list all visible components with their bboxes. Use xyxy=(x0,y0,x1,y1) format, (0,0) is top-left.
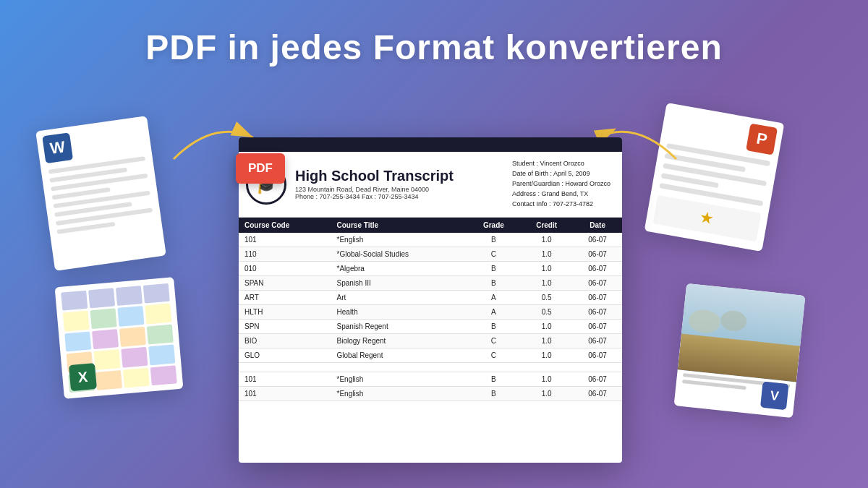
cell-title: *English xyxy=(331,372,467,386)
cell-title: *Algebra xyxy=(331,261,467,275)
cell-date: 06-07 xyxy=(573,386,622,401)
cell-date: 06-07 xyxy=(573,319,622,333)
cell-grade: A xyxy=(467,304,520,319)
cell-grade: B xyxy=(467,233,520,247)
table-cell-spacer xyxy=(467,362,520,372)
col-header-grade: Grade xyxy=(467,218,520,233)
table-row: SPNSpanish RegentB1.006-07 xyxy=(239,319,622,333)
visio-icon: V xyxy=(760,382,789,411)
doc-header-bar xyxy=(239,137,622,152)
cell-date: 06-07 xyxy=(573,233,622,247)
cell-credit: 0.5 xyxy=(520,290,573,304)
cell-grade: C xyxy=(467,348,520,362)
cell-grade: B xyxy=(467,261,520,275)
cell-code: GLO xyxy=(239,348,331,362)
cell-credit: 1.0 xyxy=(520,261,573,275)
doc-title-row: 🎓 High School Transcript 123 Mountain Ro… xyxy=(239,152,622,218)
cell-title: Biology Regent xyxy=(331,333,467,348)
cell-date: 06-07 xyxy=(573,372,622,386)
student-contact: Contact Info : 707-273-4782 xyxy=(512,200,610,210)
student-dob: Date of Birth : April 5, 2009 xyxy=(512,169,610,179)
table-row: 110*Global-Social StudiesC1.006-07 xyxy=(239,247,622,261)
col-header-title: Course Title xyxy=(331,218,467,233)
cell-grade: C xyxy=(467,333,520,348)
word-icon: W xyxy=(42,132,73,163)
cell-date: 06-07 xyxy=(573,333,622,348)
col-header-code: Course Code xyxy=(239,218,331,233)
school-address: 123 Mountain Road, Dead River, Maine 040… xyxy=(295,186,512,193)
cell-code: 101 xyxy=(239,386,331,401)
cell-date: 06-07 xyxy=(573,247,622,261)
page-headline: PDF in jedes Format konvertieren xyxy=(0,0,868,67)
cell-credit: 0.5 xyxy=(520,304,573,319)
table-row: HLTHHealthA0.506-07 xyxy=(239,304,622,319)
main-document: 🎓 High School Transcript 123 Mountain Ro… xyxy=(239,137,622,463)
cell-credit: 1.0 xyxy=(520,333,573,348)
table-cell-spacer xyxy=(239,362,331,372)
table-row: SPANSpanish IIIB1.006-07 xyxy=(239,275,622,290)
cell-grade: B xyxy=(467,319,520,333)
cell-credit: 1.0 xyxy=(520,275,573,290)
student-name: Student : Vincent Orozco xyxy=(512,159,610,169)
student-address: Address : Grand Bend, TX xyxy=(512,189,610,200)
transcript-table: Course Code Course Title Grade Credit Da… xyxy=(239,218,622,401)
table-row: 101*EnglishB1.006-07 xyxy=(239,372,622,386)
cell-code: 101 xyxy=(239,233,331,247)
cell-grade: A xyxy=(467,290,520,304)
cell-code: SPN xyxy=(239,319,331,333)
cell-code: 110 xyxy=(239,247,331,261)
cell-grade: B xyxy=(467,275,520,290)
cell-title: Spanish Regent xyxy=(331,319,467,333)
visio-image xyxy=(678,283,806,382)
document-title: High School Transcript xyxy=(295,168,512,184)
school-phone: Phone : 707-255-3434 Fax : 707-255-3434 xyxy=(295,193,512,200)
cell-code: BIO xyxy=(239,333,331,348)
table-row xyxy=(239,362,622,372)
col-header-credit: Credit xyxy=(520,218,573,233)
pdf-badge: PDF xyxy=(236,153,285,184)
cell-credit: 1.0 xyxy=(520,247,573,261)
table-row: GLOGlobal RegentC1.006-07 xyxy=(239,348,622,362)
cell-date: 06-07 xyxy=(573,261,622,275)
cell-title: *English xyxy=(331,386,467,401)
student-guardian: Parent/Guardian : Howard Orozco xyxy=(512,179,610,189)
table-cell-spacer xyxy=(520,362,573,372)
ppt-icon: P xyxy=(746,124,778,155)
cell-credit: 1.0 xyxy=(520,348,573,362)
cell-code: 010 xyxy=(239,261,331,275)
excel-document-card: X xyxy=(55,277,184,399)
student-info: Student : Vincent Orozco Date of Birth :… xyxy=(512,159,610,210)
table-row: ARTArtA0.506-07 xyxy=(239,290,622,304)
cell-date: 06-07 xyxy=(573,348,622,362)
table-cell-spacer xyxy=(331,362,467,372)
table-cell-spacer xyxy=(573,362,622,372)
cell-title: Art xyxy=(331,290,467,304)
cell-code: HLTH xyxy=(239,304,331,319)
cell-title: *English xyxy=(331,233,467,247)
table-row: 010*AlgebraB1.006-07 xyxy=(239,261,622,275)
cell-credit: 1.0 xyxy=(520,372,573,386)
table-row: 101*EnglishB1.006-07 xyxy=(239,386,622,401)
cell-code: 101 xyxy=(239,372,331,386)
cell-credit: 1.0 xyxy=(520,319,573,333)
cell-grade: C xyxy=(467,247,520,261)
visio-document-card: V xyxy=(674,283,806,418)
cell-title: *Global-Social Studies xyxy=(331,247,467,261)
excel-icon: X xyxy=(69,363,97,391)
table-row: BIOBiology RegentC1.006-07 xyxy=(239,333,622,348)
word-lines xyxy=(41,155,161,236)
cell-code: ART xyxy=(239,290,331,304)
cell-code: SPAN xyxy=(239,275,331,290)
table-header-row: Course Code Course Title Grade Credit Da… xyxy=(239,218,622,233)
cell-grade: B xyxy=(467,372,520,386)
word-document-card: W xyxy=(35,116,166,271)
cell-title: Health xyxy=(331,304,467,319)
col-header-date: Date xyxy=(573,218,622,233)
cell-title: Global Regent xyxy=(331,348,467,362)
cell-credit: 1.0 xyxy=(520,386,573,401)
cell-date: 06-07 xyxy=(573,290,622,304)
cell-title: Spanish III xyxy=(331,275,467,290)
cell-grade: B xyxy=(467,386,520,401)
cell-credit: 1.0 xyxy=(520,233,573,247)
table-row: 101*EnglishB1.006-07 xyxy=(239,233,622,247)
